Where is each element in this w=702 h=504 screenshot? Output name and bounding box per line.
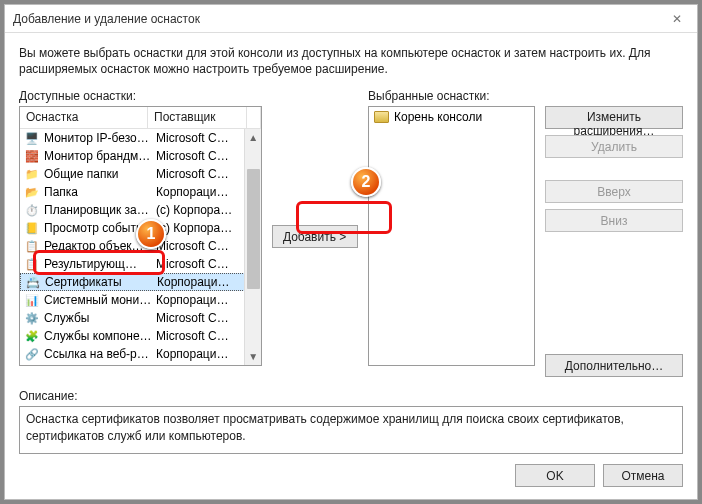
snapin-name: Ссылка на веб-р…	[44, 347, 154, 361]
scroll-up-icon[interactable]: ▲	[245, 129, 262, 146]
annotation-callout-1: 1	[136, 219, 166, 249]
list-item[interactable]: 🧩Службы компоне…Microsoft C…	[20, 327, 261, 345]
advanced-button[interactable]: Дополнительно…	[545, 354, 683, 377]
list-item[interactable]: 🧱Монитор брандм…Microsoft C…	[20, 147, 261, 165]
snapin-icon: 📇	[25, 274, 41, 290]
scroll-thumb[interactable]	[247, 169, 260, 289]
move-up-button: Вверх	[545, 180, 683, 203]
snapin-icon: 🔗	[24, 346, 40, 362]
list-item[interactable]: ⚙️СлужбыMicrosoft C…	[20, 309, 261, 327]
snapin-icon: 📊	[24, 292, 40, 308]
description-label: Описание:	[19, 389, 683, 403]
snapin-icon: 📋	[24, 238, 40, 254]
list-item[interactable]: 📁Общие папкиMicrosoft C…	[20, 165, 261, 183]
scroll-down-icon[interactable]: ▼	[245, 348, 262, 365]
selected-snapins-tree[interactable]: Корень консоли	[368, 106, 535, 366]
dialog-window: Добавление и удаление оснасток ✕ Вы може…	[4, 4, 698, 500]
snapin-icon: 🧱	[24, 148, 40, 164]
snapin-name: Результирующ…	[44, 257, 154, 271]
annotation-callout-2: 2	[351, 167, 381, 197]
snapin-icon: ⏱️	[24, 202, 40, 218]
snapin-name: Монитор IP-безоп…	[44, 131, 154, 145]
snapin-name: Службы компоне…	[44, 329, 154, 343]
snapin-icon: 📋	[24, 256, 40, 272]
folder-icon	[374, 111, 389, 123]
list-item[interactable]: 🖥️Монитор IP-безоп…Microsoft C…	[20, 129, 261, 147]
snapin-icon: 📁	[24, 166, 40, 182]
close-button[interactable]: ✕	[657, 5, 697, 33]
list-item[interactable]: 📋Результирующ…Microsoft C…	[20, 255, 261, 273]
list-item[interactable]: 📊Системный мони…Корпораци…	[20, 291, 261, 309]
move-down-button: Вниз	[545, 209, 683, 232]
list-header: Оснастка Поставщик	[20, 107, 261, 129]
cancel-button[interactable]: Отмена	[603, 464, 683, 487]
scrollbar[interactable]: ▲ ▼	[244, 129, 261, 365]
snapin-icon: 🖥️	[24, 130, 40, 146]
dialog-buttons: OK Отмена	[515, 464, 683, 487]
snapin-icon: 📂	[24, 184, 40, 200]
snapin-name: Общие папки	[44, 167, 154, 181]
titlebar[interactable]: Добавление и удаление оснасток ✕	[5, 5, 697, 33]
snapin-name: Службы	[44, 311, 154, 325]
snapin-name: Папка	[44, 185, 154, 199]
header-snapin[interactable]: Оснастка	[20, 107, 148, 128]
snapin-icon: ⚙️	[24, 310, 40, 326]
edit-extensions-button[interactable]: Изменить расширения…	[545, 106, 683, 129]
snapin-name: Планировщик за…	[44, 203, 154, 217]
ok-button[interactable]: OK	[515, 464, 595, 487]
window-title: Добавление и удаление оснасток	[13, 12, 200, 26]
right-button-column: Изменить расширения… Удалить Вверх Вниз …	[545, 106, 683, 377]
snapin-name: Монитор брандм…	[44, 149, 154, 163]
remove-button: Удалить	[545, 135, 683, 158]
snapin-icon: 🧩	[24, 328, 40, 344]
description-box: Оснастка сертификатов позволяет просматр…	[19, 406, 683, 454]
header-scroll-gap	[247, 107, 261, 128]
snapin-icon: 📒	[24, 220, 40, 236]
list-item[interactable]: 📂ПапкаКорпораци…	[20, 183, 261, 201]
header-vendor[interactable]: Поставщик	[148, 107, 247, 128]
snapin-name: Сертификаты	[45, 275, 155, 289]
tree-root-item[interactable]: Корень консоли	[371, 109, 532, 125]
list-item[interactable]: ⏱️Планировщик за…(c) Корпора…	[20, 201, 261, 219]
list-item[interactable]: 📇СертификатыКорпораци…	[20, 273, 261, 291]
intro-text: Вы можете выбрать оснастки для этой конс…	[19, 45, 683, 77]
available-label: Доступные оснастки:	[19, 89, 262, 103]
list-item[interactable]: 🔗Ссылка на веб-р…Корпораци…	[20, 345, 261, 363]
add-button[interactable]: Добавить >	[272, 225, 358, 248]
close-icon: ✕	[672, 12, 682, 26]
tree-root-label: Корень консоли	[394, 110, 482, 124]
selected-label: Выбранные оснастки:	[368, 89, 535, 103]
snapin-name: Системный мони…	[44, 293, 154, 307]
